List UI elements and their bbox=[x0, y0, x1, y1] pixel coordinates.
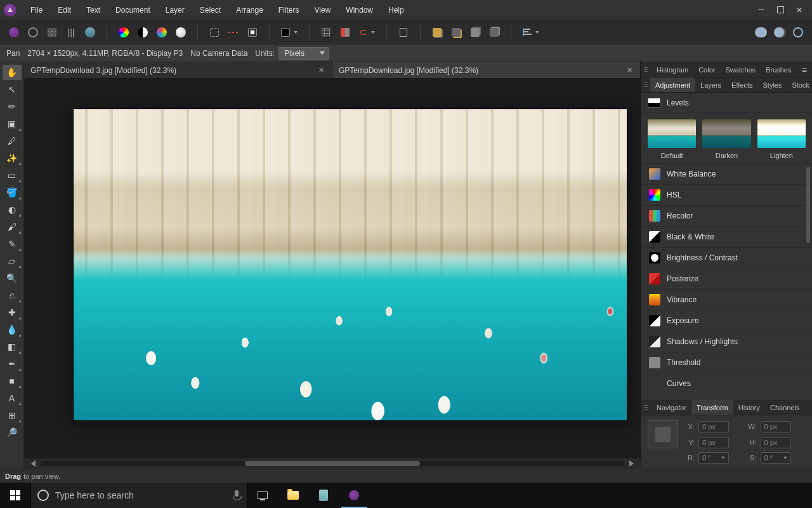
levels-header[interactable]: Levels bbox=[641, 93, 812, 113]
mic-icon[interactable] bbox=[233, 490, 240, 500]
adjustment-curves[interactable]: Curves bbox=[641, 373, 812, 394]
window-maximize-button[interactable] bbox=[775, 5, 785, 15]
panel-tab-stock[interactable]: Stock bbox=[787, 77, 812, 93]
panel-tab-history[interactable]: History bbox=[733, 400, 765, 415]
menu-view[interactable]: View bbox=[307, 0, 339, 20]
arrange-forward-icon[interactable] bbox=[468, 25, 483, 40]
adjustment-black-white[interactable]: Black & White bbox=[641, 226, 812, 247]
adjustment-posterize[interactable]: Posterize bbox=[641, 268, 812, 289]
transform-x-input[interactable]: 0 px bbox=[698, 421, 729, 432]
patch-tool[interactable]: ◧ bbox=[3, 339, 22, 354]
zoom-tool[interactable]: 🔎 bbox=[3, 425, 22, 440]
transform-y-input[interactable]: 0 px bbox=[698, 437, 729, 448]
panel-tab-styles[interactable]: Styles bbox=[758, 77, 787, 93]
transform-w-input[interactable]: 0 px bbox=[761, 421, 791, 432]
preset-darken[interactable]: Darken bbox=[702, 119, 750, 159]
window-close-button[interactable] bbox=[794, 5, 804, 15]
taskbar-explorer[interactable] bbox=[278, 483, 308, 508]
menu-file[interactable]: File bbox=[23, 0, 50, 20]
wand-tool[interactable]: ✨ bbox=[3, 150, 22, 166]
adjustment-recolor[interactable]: Recolor bbox=[641, 205, 812, 226]
bool-intersect-icon[interactable] bbox=[790, 25, 806, 40]
scroll-thumb[interactable] bbox=[245, 461, 420, 466]
menu-help[interactable]: Help bbox=[381, 0, 412, 20]
adjustment-shadows-highlights[interactable]: Shadows / Highlights bbox=[641, 331, 812, 352]
persona-export-icon[interactable] bbox=[82, 25, 98, 40]
align-icon[interactable] bbox=[520, 25, 542, 40]
flood-fill-tool[interactable]: 🪣 bbox=[3, 185, 22, 200]
color-picker-tool[interactable]: ✏ bbox=[3, 99, 22, 114]
panel-menu-icon[interactable]: ≡ bbox=[799, 65, 809, 75]
scroll-left-icon[interactable] bbox=[30, 460, 36, 467]
bool-subtract-icon[interactable] bbox=[771, 25, 787, 40]
panel-grip-icon[interactable] bbox=[644, 67, 649, 72]
pixel-brush-tool[interactable]: ✎ bbox=[3, 236, 22, 251]
panel-tab-transform[interactable]: Transform bbox=[691, 400, 733, 415]
zoom-tool-2[interactable]: 🔍 bbox=[3, 271, 22, 286]
panel-tab-swatches[interactable]: Swatches bbox=[720, 62, 761, 77]
panel-tab-layers[interactable]: Layers bbox=[695, 77, 726, 93]
heal-tool[interactable]: ✚ bbox=[3, 305, 22, 320]
marquee-tool[interactable]: ▭ bbox=[3, 168, 22, 183]
eraser-tool[interactable]: ▱ bbox=[3, 253, 22, 269]
gradient-tool[interactable]: ◐ bbox=[3, 202, 22, 217]
adjustment-exposure[interactable]: Exposure bbox=[641, 310, 812, 331]
adjustment-brightness-contrast[interactable]: Brightness / Contrast bbox=[641, 247, 812, 268]
panel-tab-adjustment[interactable]: Adjustment bbox=[650, 77, 695, 93]
menu-document[interactable]: Document bbox=[108, 0, 158, 20]
window-minimize-button[interactable] bbox=[756, 5, 766, 15]
selection-solid-icon[interactable] bbox=[207, 25, 222, 40]
menu-arrange[interactable]: Arrange bbox=[228, 0, 271, 20]
text-tool[interactable]: A bbox=[3, 391, 22, 406]
selection-dashed-icon[interactable] bbox=[226, 25, 241, 40]
arrange-front-icon[interactable] bbox=[429, 25, 445, 40]
panel-tab-effects[interactable]: Effects bbox=[726, 77, 757, 93]
mesh-tool[interactable]: ⊞ bbox=[3, 408, 22, 423]
brush-picker-tool[interactable]: 🖊 bbox=[3, 133, 22, 149]
move-tool[interactable]: ↖ bbox=[3, 82, 22, 97]
panel-tab-navigator[interactable]: Navigator bbox=[652, 400, 691, 415]
persona-liquify-icon[interactable] bbox=[25, 25, 41, 40]
crop-tool[interactable]: ▣ bbox=[3, 116, 22, 131]
panel-tab-color[interactable]: Color bbox=[693, 62, 720, 77]
clone-tool[interactable]: ⎌ bbox=[3, 288, 22, 303]
hand-tool[interactable]: ✋ bbox=[3, 65, 22, 80]
persona-photo-icon[interactable] bbox=[6, 25, 22, 40]
transform-r-input[interactable]: 0 ° bbox=[698, 452, 729, 464]
scroll-right-icon[interactable] bbox=[629, 460, 634, 467]
blur-tool[interactable]: 💧 bbox=[3, 322, 22, 337]
grid-icon[interactable] bbox=[318, 25, 334, 40]
fill-color-swatch[interactable] bbox=[278, 25, 300, 40]
trash-icon[interactable] bbox=[396, 25, 411, 40]
persona-tone-icon[interactable]: ||| bbox=[63, 25, 79, 40]
adjustment-vibrance[interactable]: Vibrance bbox=[641, 289, 812, 310]
hue-icon[interactable] bbox=[154, 25, 169, 40]
contrast-icon[interactable] bbox=[135, 25, 150, 40]
canvas-viewport[interactable] bbox=[24, 79, 641, 458]
transform-anchor-icon[interactable] bbox=[648, 420, 678, 448]
shape-tool[interactable]: ■ bbox=[3, 373, 22, 389]
menu-select[interactable]: Select bbox=[192, 0, 228, 20]
close-icon[interactable]: ✕ bbox=[317, 66, 325, 75]
taskbar-recycle[interactable] bbox=[308, 483, 339, 508]
tone-icon[interactable] bbox=[173, 25, 188, 40]
units-select[interactable]: Pixels bbox=[278, 47, 329, 60]
horizontal-scrollbar[interactable] bbox=[24, 458, 641, 469]
bool-add-icon[interactable] bbox=[752, 25, 768, 40]
color-wheel-fg-icon[interactable] bbox=[116, 25, 131, 40]
preset-lighten[interactable]: Lighten bbox=[757, 119, 806, 159]
adjustment-threshold[interactable]: Threshold bbox=[641, 352, 812, 373]
arrange-backward-icon[interactable] bbox=[487, 25, 502, 40]
taskbar-affinity[interactable] bbox=[339, 483, 369, 508]
pen-tool[interactable]: ✒ bbox=[3, 356, 22, 371]
adjustment-hsl[interactable]: HSL bbox=[641, 184, 812, 205]
pixel-grid-icon[interactable] bbox=[337, 25, 353, 40]
persona-develop-icon[interactable] bbox=[44, 25, 60, 40]
menu-layer[interactable]: Layer bbox=[158, 0, 192, 20]
menu-text[interactable]: Text bbox=[79, 0, 108, 20]
task-view-button[interactable] bbox=[247, 483, 278, 508]
panel-tab-brushes[interactable]: Brushes bbox=[761, 62, 796, 77]
snapping-icon[interactable]: ⊂ bbox=[357, 25, 377, 40]
panel-grip-icon[interactable] bbox=[644, 83, 648, 87]
panel-tab-histogram[interactable]: Histogram bbox=[652, 62, 693, 77]
